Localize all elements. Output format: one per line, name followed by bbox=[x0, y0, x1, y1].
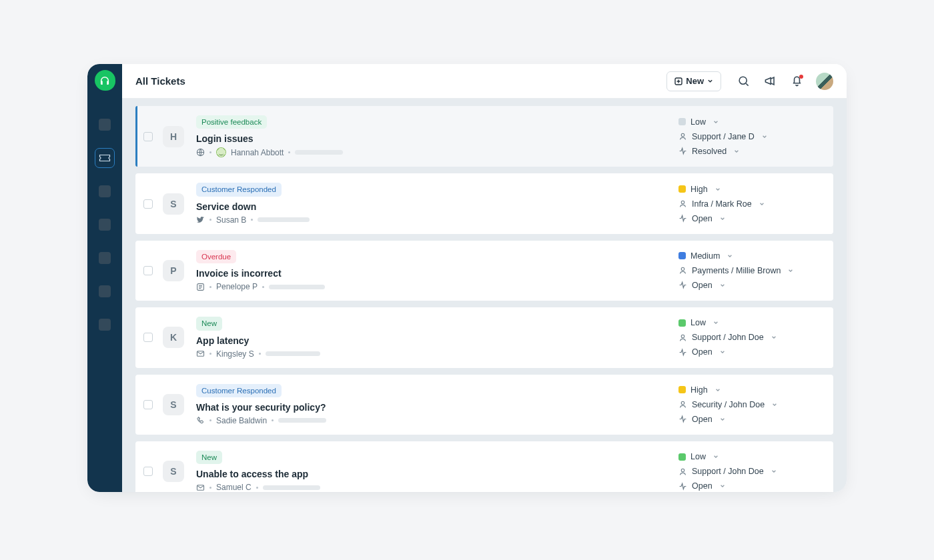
assignee-label: Payments / Millie Brown bbox=[692, 266, 781, 275]
svg-point-6 bbox=[681, 268, 684, 271]
status-selector[interactable]: Open bbox=[678, 481, 819, 491]
sentiment-positive-icon bbox=[216, 147, 226, 157]
activity-icon bbox=[678, 348, 687, 357]
chevron-down-icon bbox=[762, 132, 767, 141]
status-selector[interactable]: Open bbox=[678, 214, 819, 223]
assignee-selector[interactable]: Infra / Mark Roe bbox=[678, 199, 819, 209]
nav-item-7[interactable] bbox=[95, 315, 115, 335]
nav-item-4[interactable] bbox=[95, 215, 115, 235]
assignee-label: Security / John Doe bbox=[692, 400, 765, 409]
ticket-info: HighSecurity / John DoeOpen bbox=[678, 385, 819, 424]
ticket-checkbox[interactable] bbox=[143, 266, 153, 275]
new-button[interactable]: New bbox=[666, 71, 721, 91]
chevron-down-icon bbox=[788, 266, 793, 275]
ticket-row[interactable]: SNewUnable to access the appSamuel CLowS… bbox=[135, 441, 833, 492]
priority-selector[interactable]: High bbox=[678, 185, 819, 194]
assignee-selector[interactable]: Support / John Doe bbox=[678, 467, 819, 476]
caret-icon bbox=[788, 268, 793, 273]
priority-selector[interactable]: Low bbox=[678, 117, 819, 127]
web-icon bbox=[196, 148, 205, 157]
main-panel: All Tickets New bbox=[122, 64, 847, 492]
priority-dot bbox=[678, 185, 686, 193]
announcements-button[interactable] bbox=[763, 74, 777, 89]
brand-logo[interactable] bbox=[95, 70, 115, 91]
assignee-label: Support / John Doe bbox=[692, 333, 764, 342]
ticket-title[interactable]: Login issues bbox=[196, 133, 665, 144]
requester-name: Sadie Baldwin bbox=[216, 416, 267, 425]
ticket-checkbox[interactable] bbox=[143, 333, 153, 342]
user-icon bbox=[678, 266, 687, 275]
ticket-title[interactable]: Unable to access the app bbox=[196, 469, 665, 479]
ticket-body: Positive feedbackLogin issuesHannah Abbo… bbox=[196, 115, 665, 157]
page-title: All Tickets bbox=[135, 75, 185, 87]
nav-item-3[interactable] bbox=[95, 181, 115, 201]
nav-item-5[interactable] bbox=[95, 248, 115, 268]
priority-label: High bbox=[690, 385, 708, 395]
priority-selector[interactable]: Medium bbox=[678, 251, 819, 261]
chevron-down-icon bbox=[772, 400, 777, 409]
activity-icon bbox=[678, 482, 687, 491]
status-badge: Customer Responded bbox=[196, 384, 282, 397]
ticket-title[interactable]: Service down bbox=[196, 201, 665, 212]
requester-avatar: P bbox=[163, 260, 184, 281]
ticket-row[interactable]: POverdueInvoice is incorrectPenelope PMe… bbox=[135, 241, 833, 301]
priority-selector[interactable]: Low bbox=[678, 452, 819, 461]
ticket-title[interactable]: App latency bbox=[196, 335, 665, 346]
caret-icon bbox=[713, 454, 719, 459]
status-selector[interactable]: Open bbox=[678, 415, 819, 424]
ticket-row[interactable]: HPositive feedbackLogin issuesHannah Abb… bbox=[135, 106, 833, 167]
chevron-down-icon bbox=[713, 452, 719, 461]
chevron-down-icon bbox=[759, 199, 765, 209]
svg-point-8 bbox=[681, 335, 684, 338]
ticket-body: Customer RespondedWhat is your security … bbox=[196, 384, 665, 425]
ticket-checkbox[interactable] bbox=[143, 467, 153, 476]
priority-label: Low bbox=[690, 452, 706, 461]
meta-placeholder bbox=[263, 485, 320, 490]
assignee-selector[interactable]: Payments / Millie Brown bbox=[678, 266, 819, 275]
priority-selector[interactable]: High bbox=[678, 385, 819, 395]
meta-placeholder bbox=[266, 351, 320, 356]
status-selector[interactable]: Open bbox=[678, 347, 819, 357]
ticket-checkbox[interactable] bbox=[143, 400, 153, 409]
nav-item-tickets[interactable] bbox=[95, 148, 115, 168]
priority-selector[interactable]: Low bbox=[678, 318, 819, 327]
ticket-list: HPositive feedbackLogin issuesHannah Abb… bbox=[122, 99, 847, 492]
nav-item-6[interactable] bbox=[95, 281, 115, 301]
user-avatar[interactable] bbox=[816, 73, 833, 90]
ticket-info: MediumPayments / Millie BrownOpen bbox=[678, 251, 819, 290]
chevron-down-icon bbox=[720, 347, 725, 357]
chevron-down-icon bbox=[720, 481, 725, 491]
meta-placeholder bbox=[258, 217, 310, 222]
app-frame: All Tickets New bbox=[87, 64, 847, 492]
ticket-info: LowSupport / John DoeOpen bbox=[678, 452, 819, 491]
search-button[interactable] bbox=[736, 74, 751, 89]
chevron-down-icon bbox=[720, 281, 725, 290]
ticket-title[interactable]: Invoice is incorrect bbox=[196, 268, 665, 279]
svg-point-1 bbox=[739, 77, 747, 84]
status-selector[interactable]: Open bbox=[678, 281, 819, 290]
caret-icon bbox=[715, 387, 721, 393]
ticket-body: OverdueInvoice is incorrectPenelope P bbox=[196, 250, 665, 291]
ticket-checkbox[interactable] bbox=[143, 199, 153, 209]
ticket-row[interactable]: KNewApp latencyKingsley SLowSupport / Jo… bbox=[135, 307, 833, 367]
caret-icon bbox=[759, 201, 765, 207]
assignee-selector[interactable]: Security / John Doe bbox=[678, 400, 819, 409]
status-label: Open bbox=[692, 415, 713, 424]
notifications-button[interactable] bbox=[789, 74, 804, 89]
ticket-title[interactable]: What is your security policy? bbox=[196, 402, 665, 413]
assignee-selector[interactable]: Support / Jane D bbox=[678, 132, 819, 141]
ticket-meta: Penelope P bbox=[196, 282, 665, 291]
ticket-row[interactable]: SCustomer RespondedService downSusan BHi… bbox=[135, 173, 833, 233]
nav-item-1[interactable] bbox=[95, 115, 115, 135]
sidebar bbox=[87, 64, 122, 492]
caret-icon bbox=[772, 402, 777, 407]
requester-name: Susan B bbox=[216, 215, 246, 225]
ticket-row[interactable]: SCustomer RespondedWhat is your security… bbox=[135, 375, 833, 435]
ticket-checkbox[interactable] bbox=[143, 132, 153, 141]
assignee-selector[interactable]: Support / John Doe bbox=[678, 333, 819, 342]
caret-icon bbox=[771, 335, 777, 340]
priority-dot bbox=[678, 252, 686, 259]
status-selector[interactable]: Resolved bbox=[678, 147, 819, 156]
assignee-label: Infra / Mark Roe bbox=[692, 199, 752, 209]
search-icon bbox=[737, 75, 750, 87]
